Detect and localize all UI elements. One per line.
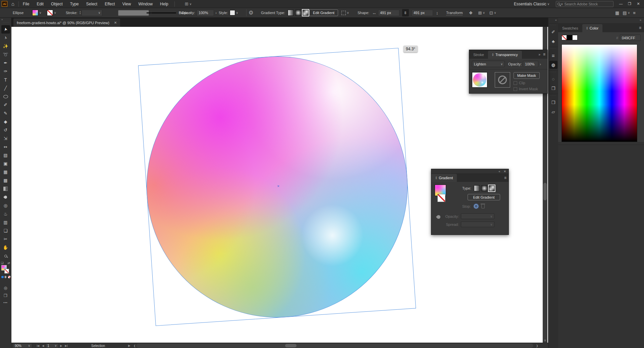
asset-export-panel-icon[interactable]: ❒: [549, 98, 557, 106]
gradient-type-radial-button[interactable]: [295, 10, 301, 16]
zoom-tool[interactable]: [1, 252, 10, 260]
mask-thumbnail[interactable]: [495, 72, 510, 88]
minimize-button[interactable]: —: [616, 0, 625, 7]
stroke-weight-stepper[interactable]: ∧ ∨: [79, 11, 81, 14]
chevron-down-icon[interactable]: ∨: [483, 11, 485, 14]
symbol-sprayer-tool[interactable]: ♨: [1, 210, 10, 218]
menu-window[interactable]: Window: [138, 2, 153, 6]
adobe-stock-search[interactable]: ∨: [556, 1, 613, 7]
bounding-box-options[interactable]: ∨: [341, 8, 349, 17]
stroke-panel-icon[interactable]: ≡: [549, 51, 557, 59]
collapse-panel-icon[interactable]: »: [538, 53, 540, 56]
ellipse-tool[interactable]: [1, 92, 10, 101]
workspace-switcher[interactable]: Essentials Classic ∨: [514, 0, 549, 8]
transparency-panel-icon[interactable]: ◍: [549, 61, 557, 69]
fill-color-control[interactable]: ∨: [32, 8, 42, 17]
paintbrush-tool[interactable]: ✐: [1, 101, 10, 109]
rotate-tool[interactable]: ↺: [1, 126, 10, 134]
chevron-down-icon[interactable]: ∨: [236, 11, 238, 14]
artboard-navigation[interactable]: 1 ∨: [45, 343, 59, 348]
shape-height-field[interactable]: 491 px: [412, 10, 433, 16]
control-bar-menu-icon[interactable]: ≡: [633, 10, 636, 15]
chevron-down-icon[interactable]: ∨: [39, 11, 42, 14]
make-mask-button[interactable]: Make Mask: [514, 72, 540, 79]
menu-object[interactable]: Object: [51, 2, 63, 6]
panel-menu-icon[interactable]: ≡: [504, 176, 506, 180]
swap-fill-stroke-icon[interactable]: ⇄: [7, 261, 10, 265]
menu-type[interactable]: Type: [70, 2, 79, 6]
tab-swatches[interactable]: Swatches: [558, 24, 582, 32]
dock-group-grip[interactable]: ∙∙∙∙∙∙∙: [550, 94, 556, 97]
isolate-mode-icon[interactable]: ⊡: [489, 10, 493, 15]
style-swatch[interactable]: [230, 10, 235, 15]
lasso-tool[interactable]: ➰: [1, 50, 10, 59]
gradient-eyedropper-icon[interactable]: [437, 214, 440, 220]
collapse-panel-icon[interactable]: «: [498, 170, 500, 173]
edit-gradient-button[interactable]: Edit Gradient: [309, 9, 338, 16]
dock-group-grip[interactable]: ∙∙∙∙∙∙∙: [550, 70, 556, 73]
vertical-scrollbar-thumb[interactable]: [543, 183, 547, 200]
document-tab[interactable]: freeform-gradient-howto.ai* @ 90% (RGB/G…: [13, 18, 120, 27]
panel-menu-icon[interactable]: ≡: [639, 26, 641, 30]
none-swatch[interactable]: [561, 35, 567, 40]
collapse-tools-icon[interactable]: »: [1, 18, 3, 21]
home-icon[interactable]: ⌂: [11, 1, 14, 7]
opacity-field[interactable]: 100%: [197, 10, 214, 16]
artboards-panel-icon[interactable]: ▱: [549, 108, 557, 116]
gradient-stroke-thumbnail[interactable]: [437, 194, 445, 202]
recolor-artwork-icon[interactable]: ❂: [249, 10, 253, 16]
stroke-color-control[interactable]: ∨: [47, 8, 56, 17]
symbols-panel-icon[interactable]: ♣: [549, 37, 557, 45]
type-tool[interactable]: T: [1, 76, 10, 84]
hex-value-field[interactable]: [620, 35, 641, 41]
dock-group-grip[interactable]: ∙∙∙∙∙∙∙: [550, 47, 556, 50]
artboard-tool[interactable]: ❏: [1, 227, 10, 235]
align-icon[interactable]: ❖: [469, 10, 473, 15]
white-swatch[interactable]: [572, 35, 578, 40]
invert-mask-checkbox[interactable]: [514, 87, 517, 91]
status-menu-icon[interactable]: ▶: [128, 344, 130, 347]
link-dimensions-icon[interactable]: ∞: [402, 9, 409, 16]
select-similar-icon[interactable]: ⊞: [478, 10, 482, 15]
stroke-color-well[interactable]: [4, 269, 9, 274]
hand-tool[interactable]: ✋: [1, 243, 10, 252]
stroke-none-swatch[interactable]: [47, 10, 53, 16]
eraser-tool[interactable]: ◆: [1, 117, 10, 126]
menu-effect[interactable]: Effect: [105, 2, 115, 6]
slice-tool[interactable]: ✂: [1, 235, 10, 243]
direct-selection-tool[interactable]: ➢: [1, 34, 10, 42]
drawing-modes-icon[interactable]: ◎: [4, 286, 7, 290]
free-transform-tool[interactable]: ▧: [1, 151, 10, 159]
tab-color[interactable]: ∧∨ Color: [582, 24, 602, 32]
graphic-styles-panel-icon[interactable]: ❐: [549, 84, 557, 92]
line-segment-tool[interactable]: ╱: [1, 84, 10, 92]
chevron-down-icon[interactable]: ∨: [28, 344, 30, 347]
clip-checkbox[interactable]: [514, 81, 517, 85]
gradient-type-freeform-button[interactable]: [303, 10, 309, 16]
color-mode-button[interactable]: [1, 276, 4, 279]
illustrator-logo-icon[interactable]: Ai: [2, 1, 7, 7]
stop-opacity-dropdown[interactable]: ∨: [461, 213, 494, 219]
color-spectrum[interactable]: [561, 44, 637, 142]
scroll-right-icon[interactable]: ❯: [536, 344, 538, 347]
chevron-down-icon[interactable]: ∨: [98, 11, 101, 14]
gradient-mode-button[interactable]: [4, 276, 7, 279]
type-linear-button[interactable]: [474, 185, 480, 191]
menu-help[interactable]: Help: [160, 2, 168, 6]
delete-stop-icon[interactable]: [481, 205, 485, 208]
default-fill-stroke-icon[interactable]: ❏: [1, 261, 3, 264]
collapse-dock-icon[interactable]: »: [640, 18, 641, 23]
object-thumbnail[interactable]: [472, 72, 487, 88]
menu-view[interactable]: View: [122, 2, 131, 6]
close-panel-icon[interactable]: ✕: [503, 170, 506, 173]
gradient-type-linear-button[interactable]: [288, 10, 294, 16]
perspective-grid-tool[interactable]: ▦: [1, 168, 10, 176]
panel-layout-icon[interactable]: ▤: [623, 10, 627, 15]
transform-link[interactable]: Transform: [446, 11, 463, 15]
panel-resize-grip[interactable]: ∙∙∙∙∙∙∙: [431, 232, 508, 234]
magic-wand-tool[interactable]: ✨: [1, 42, 10, 50]
tab-gradient[interactable]: ∧∨ Gradient: [431, 174, 457, 182]
scale-tool[interactable]: ⇲: [1, 134, 10, 143]
chevron-down-icon[interactable]: ∨: [190, 2, 192, 6]
first-artboard-button[interactable]: ◀: [37, 344, 39, 347]
